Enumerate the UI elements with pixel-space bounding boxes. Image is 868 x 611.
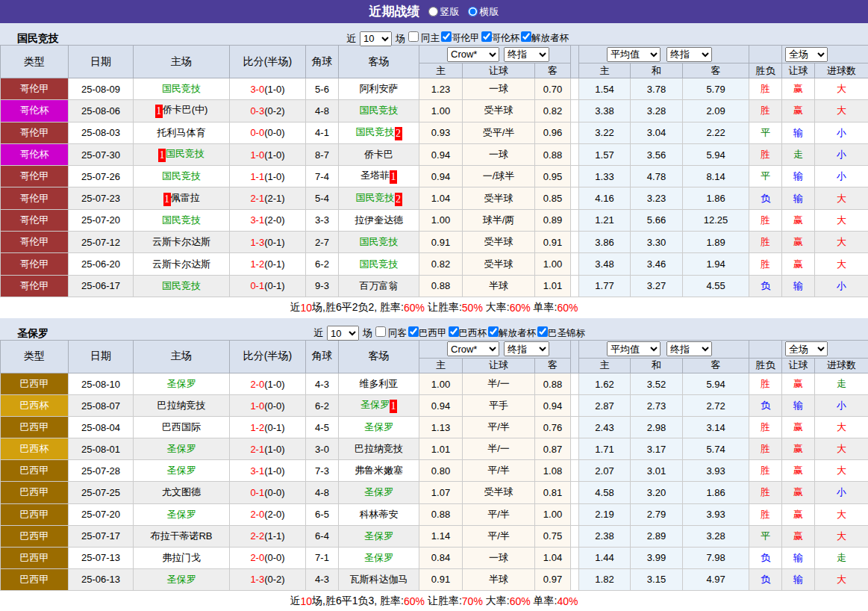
league-filter-checkbox-3[interactable] <box>537 326 548 337</box>
home-team-name[interactable]: 国民竞技 <box>162 170 201 182</box>
home-team-name[interactable]: 巴西国际 <box>162 421 201 432</box>
league-filter-checkbox-2[interactable] <box>521 31 531 42</box>
away-team-cell[interactable]: 国民竞技2 <box>339 122 419 143</box>
euro-odds-source-select[interactable]: 平均值 <box>607 341 661 356</box>
away-team-name[interactable]: 国民竞技 <box>356 192 395 203</box>
vertical-layout-radio[interactable] <box>428 7 438 16</box>
away-team-cell[interactable]: 弗鲁米嫩塞 <box>339 460 419 482</box>
home-team-name[interactable]: 圣保罗 <box>167 443 196 454</box>
home-team-cell[interactable]: 布拉干蒂诺RB <box>134 525 230 547</box>
match-count-select[interactable]: 10 <box>327 326 359 341</box>
away-team-name[interactable]: 国民竞技 <box>360 258 399 270</box>
league-filter-label-3[interactable]: 巴圣锦标 <box>548 327 585 340</box>
away-team-name[interactable]: 弗鲁米嫩塞 <box>355 465 403 476</box>
horizontal-layout-label[interactable]: 横版 <box>480 5 499 19</box>
home-team-cell[interactable]: 1侨卡巴(中) <box>134 100 230 122</box>
away-team-cell[interactable]: 阿利安萨 <box>339 78 419 100</box>
home-team-name[interactable]: 托利马体育 <box>157 127 206 138</box>
away-team-name[interactable]: 国民竞技 <box>360 105 399 116</box>
league-filter-label-0[interactable]: 哥伦甲 <box>452 32 480 45</box>
home-team-cell[interactable]: 国民竞技 <box>134 78 230 100</box>
home-team-name[interactable]: 巴拉纳竞技 <box>157 400 206 411</box>
away-team-cell[interactable]: 百万富翁 <box>339 275 419 297</box>
league-filter-checkbox-1[interactable] <box>449 326 459 337</box>
home-team-cell[interactable]: 圣保罗 <box>134 503 230 525</box>
home-team-name[interactable]: 圣保罗 <box>167 378 196 389</box>
home-team-cell[interactable]: 巴拉纳竞技 <box>134 395 230 417</box>
away-team-cell[interactable]: 国民竞技 <box>339 232 419 253</box>
league-filter-checkbox-2[interactable] <box>488 326 499 337</box>
home-team-name[interactable]: 尤文图德 <box>162 486 201 497</box>
league-filter-label-0[interactable]: 巴西甲 <box>419 327 447 340</box>
away-team-name[interactable]: 侨卡巴 <box>364 149 393 160</box>
home-team-name[interactable]: 云斯卡尔达斯 <box>152 258 210 270</box>
home-team-cell[interactable]: 圣保罗 <box>134 568 230 590</box>
home-team-name[interactable]: 圣保罗 <box>167 465 196 476</box>
euro-odds-source-select[interactable]: 平均值 <box>607 47 661 62</box>
home-team-cell[interactable]: 国民竞技 <box>134 209 230 231</box>
away-team-name[interactable]: 圣保罗 <box>364 421 393 432</box>
horizontal-layout-radio[interactable] <box>468 7 478 16</box>
away-team-cell[interactable]: 国民竞技 <box>339 253 419 275</box>
home-team-cell[interactable]: 圣保罗 <box>134 460 230 482</box>
league-filter-label-1[interactable]: 哥伦杯 <box>492 32 520 45</box>
home-team-name[interactable]: 圣保罗 <box>167 574 196 585</box>
away-team-name[interactable]: 圣塔菲 <box>360 170 390 181</box>
euro-odds-time-select[interactable]: 终指 <box>666 341 712 356</box>
home-team-name[interactable]: 云斯卡尔达斯 <box>152 236 210 247</box>
asian-odds-time-select[interactable]: 终指 <box>504 341 549 356</box>
euro-odds-time-select[interactable]: 终指 <box>666 47 712 62</box>
away-team-cell[interactable]: 侨卡巴 <box>339 143 419 165</box>
away-team-cell[interactable]: 圣保罗 <box>339 525 419 547</box>
away-team-name[interactable]: 国民竞技 <box>360 236 399 247</box>
away-team-cell[interactable]: 巴拉纳竞技 <box>339 438 419 460</box>
league-filter-label-2[interactable]: 解放者杯 <box>499 327 536 340</box>
home-team-cell[interactable]: 尤文图德 <box>134 482 230 503</box>
away-team-cell[interactable]: 圣保罗 <box>339 482 419 503</box>
home-team-name[interactable]: 侨卡巴(中) <box>163 104 208 115</box>
league-filter-checkbox-0[interactable] <box>441 31 452 42</box>
home-team-cell[interactable]: 云斯卡尔达斯 <box>134 232 230 253</box>
away-team-cell[interactable]: 国民竞技2 <box>339 187 419 209</box>
home-team-name[interactable]: 圣保罗 <box>167 509 196 520</box>
away-team-cell[interactable]: 圣保罗 <box>339 417 419 438</box>
away-team-name[interactable]: 圣保罗 <box>364 552 393 563</box>
away-team-name[interactable]: 科林蒂安 <box>360 509 399 520</box>
home-team-cell[interactable]: 1佩雷拉 <box>134 187 230 209</box>
away-team-name[interactable]: 百万富翁 <box>360 280 399 291</box>
away-team-cell[interactable]: 科林蒂安 <box>339 503 419 525</box>
home-team-name[interactable]: 布拉干蒂诺RB <box>150 530 212 542</box>
home-team-cell[interactable]: 云斯卡尔达斯 <box>134 253 230 275</box>
asian-odds-time-select[interactable]: 终指 <box>504 47 549 62</box>
home-team-name[interactable]: 佩雷拉 <box>171 192 200 203</box>
away-team-name[interactable]: 国民竞技 <box>356 126 395 137</box>
league-filter-label-2[interactable]: 解放者杯 <box>531 32 569 45</box>
away-team-name[interactable]: 圣保罗 <box>364 486 393 497</box>
same-venue-label[interactable]: 同主 <box>419 32 440 45</box>
result-scope-select[interactable]: 全场 <box>785 47 828 62</box>
same-venue-label[interactable]: 同客 <box>386 327 407 340</box>
away-team-name[interactable]: 维多利亚 <box>360 378 399 389</box>
same-venue-checkbox[interactable] <box>408 31 419 42</box>
home-team-cell[interactable]: 巴西国际 <box>134 417 230 438</box>
away-team-name[interactable]: 瓦斯科达伽马 <box>350 574 408 585</box>
away-team-cell[interactable]: 拉伊奎达德 <box>339 209 419 231</box>
same-venue-checkbox[interactable] <box>375 326 386 337</box>
away-team-name[interactable]: 巴拉纳竞技 <box>355 443 403 454</box>
league-filter-label-1[interactable]: 巴西杯 <box>459 327 487 340</box>
match-count-select[interactable]: 10 <box>360 31 392 46</box>
home-team-name[interactable]: 国民竞技 <box>162 280 201 291</box>
away-team-cell[interactable]: 瓦斯科达伽马 <box>339 568 419 590</box>
home-team-cell[interactable]: 圣保罗 <box>134 373 230 394</box>
home-team-cell[interactable]: 托利马体育 <box>134 122 230 143</box>
home-team-cell[interactable]: 圣保罗 <box>134 438 230 460</box>
home-team-cell[interactable]: 1国民竞技 <box>134 143 230 165</box>
vertical-layout-label[interactable]: 竖版 <box>440 5 460 19</box>
away-team-cell[interactable]: 维多利亚 <box>339 373 419 394</box>
away-team-cell[interactable]: 圣保罗1 <box>339 395 419 417</box>
away-team-name[interactable]: 拉伊奎达德 <box>355 214 403 226</box>
home-team-name[interactable]: 国民竞技 <box>162 214 201 226</box>
home-team-cell[interactable]: 国民竞技 <box>134 166 230 187</box>
away-team-cell[interactable]: 圣保罗 <box>339 547 419 568</box>
home-team-name[interactable]: 弗拉门戈 <box>162 552 201 563</box>
